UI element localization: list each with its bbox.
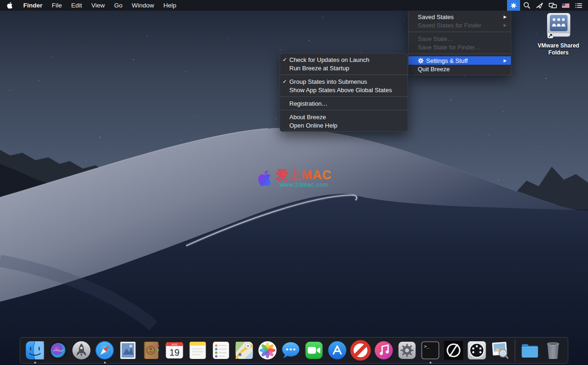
menu-item-check-for-updates-on-launch[interactable]: ✓Check for Updates on Launch [280,55,408,64]
checkmark-icon: ✓ [280,55,289,64]
menu-item-settings-stuff[interactable]: Settings & Stuff▶ [408,56,511,65]
alias-arrow-badge [548,33,553,38]
menu-item-label: About Breeze [289,114,398,121]
menubar-menu-view[interactable]: View [87,0,109,11]
saved-states-list-icon[interactable] [572,0,585,11]
dock-photos-icon[interactable] [257,340,278,361]
submenu-arrow-icon: ▶ [501,58,507,63]
dock-ring-slash-utility-icon[interactable] [443,340,464,361]
menubar-menu-finder[interactable]: Finder [19,0,47,11]
menu-item-run-breeze-at-startup[interactable]: Run Breeze at Startup [280,64,408,72]
dock-system-preferences-icon[interactable] [397,340,418,361]
breeze-menu: Saved States▶Saved States for Finder▶Sav… [408,11,511,75]
dock-terminal-icon[interactable]: >_ [420,340,441,361]
menu-item-saved-states[interactable]: Saved States▶ [408,13,511,21]
dock-contacts-icon[interactable] [141,340,162,361]
dock-notes-icon[interactable] [187,340,208,361]
dock-maps-icon[interactable] [234,340,255,361]
wallpaper-watermark: 爱上MAC www.23mac.com [257,169,332,188]
dock-preview-icon[interactable] [490,340,511,361]
menu-item-about-breeze[interactable]: About Breeze [280,113,408,121]
menu-separator [280,96,408,97]
menu-item-save-state: Save State… [408,34,511,43]
dock-prohibited-badge-icon[interactable] [350,340,371,361]
dock-facetime-icon[interactable] [304,340,325,361]
menu-item-label: Save State… [418,35,501,42]
submenu-arrow-icon: ▶ [501,23,507,27]
dock-itunes-icon[interactable] [374,340,394,361]
dock-launchpad-icon[interactable] [71,340,92,361]
us-flag-input-source-icon[interactable] [559,0,572,11]
menu-bar-status-icons [507,0,588,11]
dock-finder-icon[interactable] [25,340,46,361]
menubar-menu-edit[interactable]: Edit [67,0,87,11]
menu-item-save-state-for-finder: Save State for Finder… [408,43,511,51]
dock-mail-icon[interactable] [118,340,139,361]
menu-item-label: Save State for Finder… [418,44,501,51]
menu-item-label: Show App States Above Global States [289,87,398,94]
settings-and-stuff-submenu: ✓Check for Updates on LaunchRun Breeze a… [280,53,408,132]
menubar-menu-window[interactable]: Window [127,0,159,11]
menu-item-group-states-into-submenus[interactable]: ✓Group States into Submenus [280,77,408,86]
menu-item-label: Quit Breeze [418,66,501,73]
menu-item-label: Check for Updates on Launch [289,56,398,63]
menu-item-label: Saved States [418,14,501,20]
menu-separator [280,74,408,75]
apple-logo-icon [7,2,13,9]
menu-item-label: Saved States for Finder [418,22,501,29]
dock-separator [515,339,515,361]
menu-bar: FinderFileEditViewGoWindowHelp [0,0,588,11]
menu-item-label: Open Online Help [289,122,398,129]
dock-siri-icon[interactable] [48,340,69,361]
vmware-tools-icon[interactable] [533,0,546,11]
desktop: FinderFileEditViewGoWindowHelp [0,0,588,365]
menu-item-saved-states-for-finder: Saved States for Finder▶ [408,21,511,29]
dock-din-connector-utility-icon[interactable] [467,340,488,361]
svg-text:>_: >_ [424,344,430,349]
menu-item-label: Run Breeze at Startup [289,65,398,72]
apple-menu[interactable] [0,0,19,11]
dock-messages-icon[interactable] [281,340,301,361]
menu-item-quit-breeze[interactable]: Quit Breeze [408,65,511,73]
menu-item-show-app-states-above-global-states[interactable]: Show App States Above Global States [280,86,408,94]
displays-icon[interactable] [546,0,559,11]
menu-item-label: Group States into Submenus [289,78,398,85]
desktop-icon-vmware-shared-folders[interactable]: VMware Shared Folders [534,13,583,56]
dock-safari-icon[interactable] [94,340,115,361]
menu-separator [408,32,511,32]
menu-bar-left: FinderFileEditViewGoWindowHelp [0,0,181,11]
running-indicator [429,362,431,364]
dock-appstore-icon[interactable] [327,340,348,361]
menubar-menu-help[interactable]: Help [159,0,181,11]
watermark-title: 爱上MAC [276,169,332,182]
running-indicator [34,362,36,364]
menu-item-open-online-help[interactable]: Open Online Help [280,121,408,129]
dock-reminders-icon[interactable] [211,340,232,361]
spotlight-search-icon[interactable] [520,0,533,11]
breeze-star-icon[interactable] [507,0,520,11]
svg-text:AUG: AUG [171,343,178,346]
watermark-url: www.23mac.com [276,181,332,188]
submenu-arrow-icon: ▶ [501,14,507,19]
gear-icon [418,58,424,64]
menu-item-label: Registration… [289,100,398,107]
desktop-icon-label: VMware Shared Folders [534,42,583,56]
dock-downloads-folder-icon[interactable] [520,340,541,361]
dock: AUG19>_ [20,337,568,364]
dock-trash-icon[interactable] [543,340,564,361]
checkmark-icon: ✓ [280,77,289,86]
svg-text:19: 19 [169,347,180,358]
menu-item-label: Settings & Stuff [426,57,501,64]
menu-separator [280,110,408,110]
shared-drive-icon [543,13,574,40]
apple-logo-watermark [257,169,273,188]
running-indicator [104,362,106,364]
menu-separator [408,54,511,54]
dock-calendar-icon[interactable]: AUG19 [164,340,185,361]
menubar-menu-go[interactable]: Go [109,0,127,11]
menubar-menu-file[interactable]: File [47,0,67,11]
menu-item-registration[interactable]: Registration… [280,99,408,108]
